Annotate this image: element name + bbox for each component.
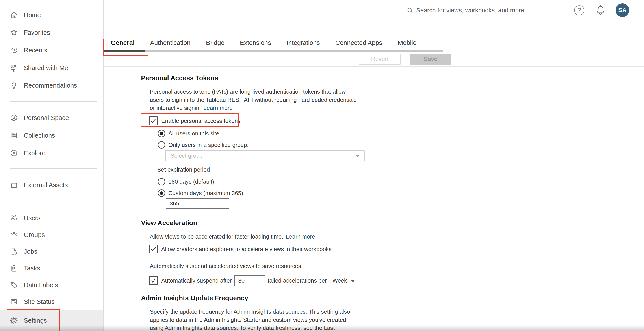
- sidebar-item-label: Personal Space: [24, 114, 69, 122]
- sidebar-item-label: Explore: [24, 150, 46, 157]
- sidebar-item-label: Collections: [24, 132, 55, 139]
- shared-with-me-icon: [10, 64, 18, 72]
- tab-extensions[interactable]: Extensions: [240, 39, 271, 46]
- sidebar-item-settings[interactable]: Settings: [0, 310, 103, 331]
- auto-suspend-label: Automatically suspend after: [161, 277, 232, 284]
- clipboard-list-icon: [10, 264, 18, 273]
- groups-icon: [10, 231, 18, 239]
- view-acceleration-description: Allow views to be accelerated for faster…: [150, 233, 359, 241]
- pat-heading: Personal Access Tokens: [141, 74, 401, 82]
- person-circle-icon: [10, 114, 18, 122]
- pat-description: Personal access tokens (PATs) are long-l…: [150, 88, 359, 112]
- 180-days-radio[interactable]: [158, 178, 165, 185]
- sidebar-item-data-labels[interactable]: Data Labels: [0, 277, 103, 293]
- tab-connected-apps[interactable]: Connected Apps: [335, 39, 382, 46]
- search-icon: [406, 6, 414, 14]
- group-select[interactable]: Select group: [165, 150, 365, 161]
- checkmark-icon: [150, 118, 156, 124]
- tab-bridge[interactable]: Bridge: [206, 39, 224, 46]
- notifications-icon[interactable]: [594, 4, 607, 16]
- enable-pat-checkbox[interactable]: [149, 116, 158, 125]
- compass-icon: [10, 149, 18, 157]
- avatar[interactable]: SA: [616, 3, 629, 17]
- sidebar-item-personal-space[interactable]: Personal Space: [0, 109, 103, 127]
- checkmark-icon: [150, 278, 156, 284]
- sidebar-item-label: Settings: [24, 317, 47, 324]
- search-input[interactable]: [416, 4, 563, 17]
- active-tab-underline: [104, 50, 144, 52]
- sidebar-item-explore[interactable]: Explore: [0, 144, 103, 162]
- tab-authentication[interactable]: Authentication: [150, 39, 190, 46]
- sidebar-divider: [10, 199, 97, 199]
- enable-pat-checkbox-row: Enable personal access tokens: [149, 116, 401, 125]
- sidebar-item-label: Site Status: [24, 298, 55, 306]
- sidebar-item-home[interactable]: Home: [0, 6, 103, 24]
- auto-suspend-checkbox[interactable]: [149, 276, 158, 285]
- custom-days-input[interactable]: [166, 198, 229, 209]
- lightbulb-icon: [10, 81, 18, 90]
- all-users-radio[interactable]: [158, 130, 165, 137]
- sidebar-item-label: Home: [24, 11, 41, 19]
- sidebar-item-label: Users: [24, 215, 40, 222]
- tab-general[interactable]: General: [111, 39, 134, 46]
- revert-button[interactable]: Revert: [359, 53, 401, 64]
- header-divider: [104, 66, 644, 66]
- sidebar-item-favorites[interactable]: Favorites: [0, 24, 103, 41]
- site-status-icon: [10, 298, 18, 306]
- collections-icon: [10, 131, 18, 140]
- view-acceleration-heading: View Acceleration: [141, 219, 401, 227]
- sidebar-item-jobs[interactable]: Jobs: [0, 243, 103, 260]
- custom-days-radio[interactable]: [158, 189, 165, 197]
- specified-group-radio-row: Only users in a specified group:: [158, 141, 401, 149]
- 180-days-radio-row: 180 days (default): [158, 178, 401, 186]
- tag-icon: [10, 281, 18, 289]
- sidebar-item-groups[interactable]: Groups: [0, 226, 103, 243]
- sidebar-item-external-assets[interactable]: External Assets: [0, 176, 103, 194]
- enable-pat-label: Enable personal access tokens: [161, 118, 240, 124]
- sidebar-item-recommendations[interactable]: Recommendations: [0, 77, 103, 94]
- save-button[interactable]: Save: [410, 53, 452, 64]
- help-icon[interactable]: ?: [574, 5, 584, 15]
- tabs-scroll-track[interactable]: [104, 50, 443, 52]
- sidebar-item-recents[interactable]: Recents: [0, 41, 103, 59]
- search-box: [402, 3, 566, 17]
- gear-icon: [10, 317, 18, 325]
- document-clock-icon: [10, 247, 18, 256]
- sidebar-item-site-status[interactable]: Site Status: [0, 293, 103, 310]
- sidebar-item-tasks[interactable]: Tasks: [0, 260, 103, 277]
- sidebar-item-shared-with-me[interactable]: Shared with Me: [0, 59, 103, 77]
- suspend-description: Automatically suspend accelerated views …: [150, 262, 359, 270]
- suspend-count-input[interactable]: [234, 275, 265, 286]
- sidebar-item-users[interactable]: Users: [0, 210, 103, 226]
- chevron-down-icon: [351, 280, 355, 282]
- auto-suspend-row: Automatically suspend after failed accel…: [149, 275, 401, 286]
- sidebar-item-label: Favorites: [24, 29, 50, 36]
- chevron-down-icon: [356, 155, 360, 157]
- archive-box-icon: [10, 181, 18, 189]
- pat-learn-more-link[interactable]: Learn more: [203, 105, 233, 111]
- sidebar-divider: [10, 168, 97, 169]
- checkmark-icon: [150, 246, 156, 252]
- tab-mobile[interactable]: Mobile: [398, 39, 416, 46]
- history-icon: [10, 46, 18, 54]
- settings-tabs: General Authentication Bridge Extensions…: [111, 39, 416, 46]
- sidebar-item-label: External Assets: [24, 181, 68, 189]
- tab-integrations[interactable]: Integrations: [287, 39, 320, 46]
- period-select[interactable]: Week: [332, 277, 355, 284]
- allow-acceleration-label: Allow creators and explorers to accelera…: [161, 246, 332, 253]
- all-users-label: All users on this site: [168, 130, 219, 137]
- group-select-placeholder: Select group: [170, 152, 203, 159]
- view-acceleration-learn-more-link[interactable]: Learn more: [286, 233, 315, 240]
- sidebar-item-label: Recents: [24, 47, 47, 54]
- sidebar-item-label: Data Labels: [24, 282, 58, 289]
- specified-group-label: Only users in a specified group:: [168, 142, 248, 148]
- sidebar-item-collections[interactable]: Collections: [0, 127, 103, 144]
- admin-insights-heading: Admin Insights Update Frequency: [141, 294, 401, 302]
- sidebar-item-label: Tasks: [24, 265, 40, 272]
- custom-days-label: Custom days (maximum 365): [168, 190, 243, 197]
- allow-acceleration-checkbox-row: Allow creators and explorers to accelera…: [149, 245, 401, 254]
- allow-acceleration-checkbox[interactable]: [149, 245, 158, 254]
- specified-group-radio[interactable]: [158, 141, 165, 149]
- home-icon: [10, 11, 18, 19]
- sidebar-item-label: Groups: [24, 231, 45, 239]
